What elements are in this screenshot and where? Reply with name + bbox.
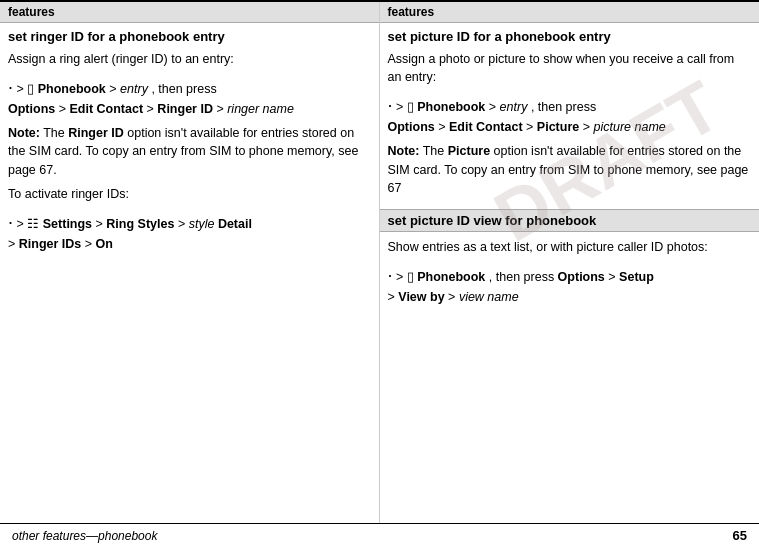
rbnav1-sep3: > <box>448 290 459 304</box>
right-top-body: set picture ID for a phonebook entry Ass… <box>380 23 760 209</box>
right-nav1: · > ▯ Phonebook > entry , then press Opt… <box>388 92 752 136</box>
right-bottom-para1: Show entries as a text list, or with pic… <box>388 238 752 256</box>
right-column: features set picture ID for a phonebook … <box>380 2 760 523</box>
nav2-style: style <box>189 217 215 231</box>
rnav1-editcontact: Edit Contact <box>449 120 523 134</box>
rnav1-sep3: > <box>583 120 594 134</box>
rnav1-mid: > <box>489 100 500 114</box>
left-nav2: · > ☷ Settings > Ring Styles > style Det… <box>8 209 371 253</box>
nav2-ringstyles: Ring Styles <box>106 217 174 231</box>
rnav1-sep2: > <box>526 120 537 134</box>
nav2-sep3: > <box>8 237 19 251</box>
right-bottom-section: set picture ID view for phonebook Show e… <box>380 209 760 318</box>
nav1-mid: > <box>109 82 120 96</box>
right-top-header: features <box>380 2 760 23</box>
nav1-sep1: > <box>59 102 70 116</box>
right-feature-title: set picture ID for a phonebook entry <box>388 29 752 44</box>
nav2-on: On <box>96 237 113 251</box>
right-top-section: features set picture ID for a phonebook … <box>380 2 760 209</box>
left-header: features <box>0 2 379 23</box>
nav1-options: Options <box>8 102 55 116</box>
nav2-sep1: > <box>96 217 107 231</box>
rnav1-post: , then press <box>531 100 596 114</box>
rbnav1-phonebook: Phonebook <box>417 270 485 284</box>
rnav1-phonebook: Phonebook <box>417 100 485 114</box>
rnav1-picture: Picture <box>537 120 579 134</box>
rbnav1-post: , then press <box>489 270 558 284</box>
right-bottom-header: set picture ID view for phonebook <box>380 210 760 232</box>
note2-bold: Picture <box>448 144 490 158</box>
nav-dot-1: · <box>8 77 13 97</box>
nav-dot-3: · <box>388 95 393 115</box>
nav1-editcontact: Edit Contact <box>69 102 143 116</box>
rnav1-options: Options <box>388 120 435 134</box>
rbnav1-options: Options <box>558 270 605 284</box>
nav1-post: , then press <box>151 82 216 96</box>
right-bottom-body: Show entries as a text list, or with pic… <box>380 232 760 318</box>
rbnav1-sep2: > <box>388 290 399 304</box>
left-feature-title: set ringer ID for a phonebook entry <box>8 29 371 44</box>
left-para2: To activate ringer IDs: <box>8 185 371 203</box>
nav2-detail: Detail <box>218 217 252 231</box>
rnav1-sep1: > <box>438 120 449 134</box>
settings-icon-1: ☷ <box>27 217 39 231</box>
right-top-para1: Assign a photo or picture to show when y… <box>388 50 752 86</box>
nav2-sep2: > <box>178 217 189 231</box>
footer-page-number: 65 <box>733 528 747 543</box>
note2-text: The <box>423 144 448 158</box>
rbnav1-setup: Setup <box>619 270 654 284</box>
rbnav1-viewby: View by <box>398 290 444 304</box>
note1-text: The <box>43 126 68 140</box>
nav2-sep4: > <box>85 237 96 251</box>
note2-label: Note: <box>388 144 420 158</box>
main-content: features set ringer ID for a phonebook e… <box>0 0 759 523</box>
left-note1: Note: The Ringer ID option isn't availab… <box>8 124 371 178</box>
nav1-ringername: ringer name <box>227 102 294 116</box>
nav1-gt1: > <box>17 82 28 96</box>
nav1-entry: entry <box>120 82 148 96</box>
rbnav1-sep1: > <box>608 270 619 284</box>
note1-label: Note: <box>8 126 40 140</box>
note1-bold: Ringer ID <box>68 126 124 140</box>
nav1-sep3: > <box>216 102 227 116</box>
rbnav1-viewname: view name <box>459 290 519 304</box>
rbnav1-gt1: > <box>396 270 407 284</box>
right-note1: Note: The Picture option isn't available… <box>388 142 752 196</box>
rnav1-gt1: > <box>396 100 407 114</box>
left-nav1: · > ▯ Phonebook > entry , then press Opt… <box>8 74 371 118</box>
nav2-gt1: > <box>17 217 28 231</box>
rnav1-picturename: picture name <box>594 120 666 134</box>
nav2-settings: Settings <box>43 217 92 231</box>
left-para1: Assign a ring alert (ringer ID) to an en… <box>8 50 371 68</box>
footer-left-text: other features—phonebook <box>12 529 157 543</box>
nav-dot-2: · <box>8 212 13 232</box>
left-body: set ringer ID for a phonebook entry Assi… <box>0 23 379 265</box>
phonebook-icon-3: ▯ <box>407 270 414 284</box>
phonebook-icon-2: ▯ <box>407 100 414 114</box>
right-bottom-nav1: · > ▯ Phonebook , then press Options > S… <box>388 262 752 306</box>
phonebook-icon-1: ▯ <box>27 82 34 96</box>
rnav1-entry: entry <box>500 100 528 114</box>
left-column: features set ringer ID for a phonebook e… <box>0 2 380 523</box>
nav1-sep2: > <box>147 102 158 116</box>
footer-bar: other features—phonebook 65 <box>0 523 759 547</box>
nav2-ringerids: Ringer IDs <box>19 237 82 251</box>
nav1-phonebook: Phonebook <box>38 82 106 96</box>
nav1-ringerid: Ringer ID <box>157 102 213 116</box>
nav-dot-4: · <box>388 265 393 285</box>
